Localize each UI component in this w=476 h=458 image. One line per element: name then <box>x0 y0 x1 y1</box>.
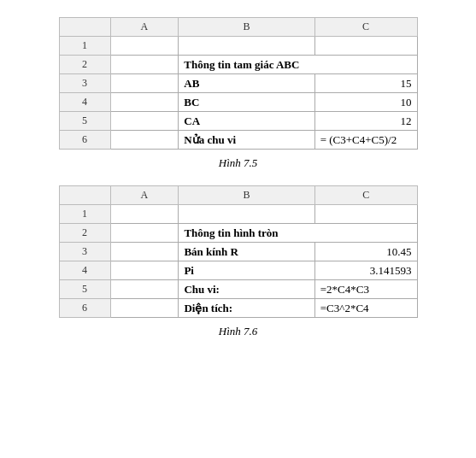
cell-c4: 10 <box>314 93 417 112</box>
cell-b6: Nửa chu vi <box>179 131 314 150</box>
row-num: 4 <box>59 261 110 280</box>
table-row: 6 Diện tích: =C3^2*C4 <box>59 299 417 318</box>
cell-a5-2 <box>110 280 179 299</box>
table-row: 3 Bán kính R 10.45 <box>59 243 417 261</box>
cell-a2 <box>110 56 179 74</box>
corner-cell-2 <box>59 186 110 205</box>
cell-a5 <box>110 112 179 131</box>
cell-a1-2 <box>110 205 179 224</box>
cell-a2-2 <box>110 224 179 243</box>
cell-b2-2-title: Thông tin hình tròn <box>179 224 417 243</box>
row-num: 3 <box>59 74 110 93</box>
cell-c5: 12 <box>314 112 417 131</box>
col-header-b2: B <box>179 186 314 205</box>
table-row: 5 CA 12 <box>59 112 417 131</box>
table-row: 2 Thông tin tam giác ABC <box>59 56 417 74</box>
row-num: 5 <box>59 280 110 299</box>
cell-b5-2: Chu vi: <box>179 280 314 299</box>
table-row: 5 Chu vi: =2*C4*C3 <box>59 280 417 299</box>
row-num: 4 <box>59 93 110 112</box>
cell-b6-2: Diện tích: <box>179 299 314 318</box>
cell-a6 <box>110 131 179 150</box>
spreadsheet-2: A B C 1 2 Thông tin hình tròn <box>59 185 418 318</box>
cell-b4-2: Pi <box>179 261 314 280</box>
col-header-c2: C <box>314 186 417 205</box>
cell-b1 <box>179 37 314 56</box>
corner-cell <box>59 18 110 37</box>
cell-b3: AB <box>179 74 314 93</box>
table-row: 2 Thông tin hình tròn <box>59 224 417 243</box>
cell-c3-2: 10.45 <box>314 243 417 261</box>
row-num: 6 <box>59 299 110 318</box>
col-header-c: C <box>314 18 417 37</box>
row-num: 3 <box>59 243 110 261</box>
cell-a6-2 <box>110 299 179 318</box>
table-row: 4 BC 10 <box>59 93 417 112</box>
row-num: 6 <box>59 131 110 150</box>
cell-a3-2 <box>110 243 179 261</box>
cell-c3: 15 <box>314 74 417 93</box>
cell-b2-title: Thông tin tam giác ABC <box>179 56 417 74</box>
cell-b4: BC <box>179 93 314 112</box>
table-row: 4 Pi 3.141593 <box>59 261 417 280</box>
row-num: 2 <box>59 224 110 243</box>
figure-2-caption: Hình 7.6 <box>26 325 450 338</box>
col-header-b: B <box>179 18 314 37</box>
cell-c1-2 <box>314 205 417 224</box>
figure-7-6: A B C 1 2 Thông tin hình tròn <box>26 185 450 338</box>
cell-b5: CA <box>179 112 314 131</box>
cell-b3-2: Bán kính R <box>179 243 314 261</box>
cell-a4-2 <box>110 261 179 280</box>
cell-c5-2: =2*C4*C3 <box>314 280 417 299</box>
col-header-a: A <box>110 18 179 37</box>
row-num: 2 <box>59 56 110 74</box>
table-row: 1 <box>59 37 417 56</box>
cell-c6-2: =C3^2*C4 <box>314 299 417 318</box>
cell-c4-2: 3.141593 <box>314 261 417 280</box>
table-row: 6 Nửa chu vi = (C3+C4+C5)/2 <box>59 131 417 150</box>
cell-c6: = (C3+C4+C5)/2 <box>314 131 417 150</box>
row-num: 1 <box>59 37 110 56</box>
figure-7-5: A B C 1 2 Thông tin tam giác ABC <box>26 17 450 170</box>
figure-1-caption: Hình 7.5 <box>26 156 450 170</box>
spreadsheet-1: A B C 1 2 Thông tin tam giác ABC <box>59 17 418 150</box>
col-header-a2: A <box>110 186 179 205</box>
cell-a1 <box>110 37 179 56</box>
table-row: 1 <box>59 205 417 224</box>
row-num: 5 <box>59 112 110 131</box>
row-num: 1 <box>59 205 110 224</box>
table-row: 3 AB 15 <box>59 74 417 93</box>
cell-a4 <box>110 93 179 112</box>
cell-c1 <box>314 37 417 56</box>
cell-a3 <box>110 74 179 93</box>
cell-b1-2 <box>179 205 314 224</box>
